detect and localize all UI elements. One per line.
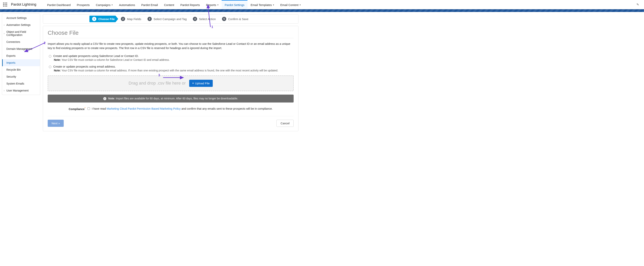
option-2-radio[interactable]	[49, 66, 51, 68]
top-nav: Pardot Lightning Pardot DashboardProspec…	[0, 0, 644, 9]
divider	[48, 38, 294, 38]
option-2-label: Create or update prospects using email a…	[53, 65, 116, 68]
sidebar-item-label: User Management	[6, 89, 28, 92]
nav-tab-label: Reports	[206, 3, 216, 6]
sidebar-item-label: Security	[6, 75, 16, 78]
sidebar-item-security[interactable]: Security	[2, 73, 40, 80]
option-2-note: Note: Your CSV file must contain a colum…	[54, 69, 294, 72]
nav-tab-automations[interactable]: Automations	[116, 0, 138, 9]
sidebar-item-label: Recycle Bin	[6, 68, 21, 71]
page-heading: Choose File	[48, 30, 294, 36]
wizard-step-2[interactable]: 2Map Fields	[118, 16, 144, 22]
sidebar-item-recycle-bin[interactable]: Recycle Bin	[2, 66, 40, 73]
step-label: Choose File	[98, 17, 115, 21]
nav-tab-label: Pardot Reports	[180, 3, 200, 6]
sidebar-item-system-emails[interactable]: System Emails	[2, 80, 40, 87]
nav-tab-pardot-dashboard[interactable]: Pardot Dashboard	[44, 0, 74, 9]
compliance-label: Compliance	[69, 108, 84, 110]
chevron-down-icon[interactable]: ▾	[273, 4, 274, 6]
sidebar-item-label: Connectors	[6, 40, 20, 44]
chevron-down-icon[interactable]: ▾	[112, 4, 113, 6]
wizard-steps: 1Choose File2Map Fields3Select Campaign …	[43, 14, 298, 24]
compliance-policy-link[interactable]: Marketing Cloud Pardot Permission Based …	[106, 107, 181, 110]
file-dropzone[interactable]: Drag and drop .csv file here or + Upload…	[48, 76, 294, 91]
cancel-button[interactable]: Cancel	[276, 120, 294, 127]
nav-tab-label: Pardot Dashboard	[47, 3, 71, 6]
nav-tab-label: Campaigns	[96, 3, 110, 6]
step-number-badge: 2	[121, 17, 125, 21]
step-number-badge: 3	[148, 17, 152, 21]
step-label: Select Campaign and Tag	[154, 17, 187, 21]
sidebar-item-user-management[interactable]: User Management	[2, 87, 40, 94]
note-bar: i Note: Import files are available for 6…	[48, 94, 294, 102]
sidebar-item-label: Account Settings	[6, 16, 27, 20]
nav-tab-reports[interactable]: Reports▾	[203, 0, 222, 9]
compliance-text: I have read Marketing Cloud Pardot Permi…	[92, 107, 273, 110]
option-1-block: Create and update prospects using Salesf…	[49, 54, 294, 62]
nav-tab-label: Pardot Email	[141, 3, 158, 6]
nav-tab-label: Content	[164, 3, 174, 6]
sidebar-item-label: Imports	[6, 61, 16, 64]
app-title: Pardot Lightning	[11, 2, 36, 6]
dropzone-text: Drag and drop .csv file here or	[128, 81, 186, 86]
nav-tab-email-templates[interactable]: Email Templates▾	[248, 0, 277, 9]
chevron-down-icon[interactable]: ▾	[217, 4, 218, 6]
option-2-block: Create or update prospects using email a…	[49, 65, 294, 72]
sidebar-item-label: Object and Field Configuration	[6, 30, 38, 36]
info-icon: i	[103, 97, 106, 100]
step-number-badge: 4	[193, 17, 197, 21]
nav-tab-pardot-reports[interactable]: Pardot Reports	[177, 0, 203, 9]
next-button[interactable]: Next »	[48, 120, 64, 127]
plus-icon: +	[192, 82, 194, 85]
nav-tab-label: Prospects	[77, 3, 90, 6]
required-asterisk-icon: *	[84, 107, 86, 110]
sidebar-item-account-settings[interactable]: Account Settings	[2, 14, 40, 22]
step-label: Confirm & Save	[228, 17, 248, 21]
nav-tab-prospects[interactable]: Prospects	[74, 0, 93, 9]
compliance-checkbox[interactable]	[88, 107, 90, 110]
option-1-note: Note: Your CSV file must contain a colum…	[54, 58, 294, 62]
option-1-radio[interactable]	[49, 55, 51, 58]
nav-tab-pardot-settings[interactable]: Pardot Settings	[222, 0, 248, 9]
nav-tab-label: Pardot Settings	[225, 3, 244, 6]
app-launcher-icon[interactable]	[3, 2, 7, 6]
settings-sidebar: Account SettingsAutomation SettingsObjec…	[2, 14, 40, 95]
step-label: Map Fields	[127, 17, 141, 21]
intro-text: Import allows you to easily upload a CSV…	[48, 42, 294, 50]
sidebar-item-object-and-field-configuration[interactable]: Object and Field Configuration	[2, 28, 40, 38]
option-1-label: Create and update prospects using Salesf…	[53, 54, 139, 58]
nav-tab-email-content[interactable]: Email Content▾	[277, 0, 304, 9]
step-number-badge: 5	[222, 17, 226, 21]
decorative-strip	[0, 9, 644, 12]
upload-file-label: Upload File	[195, 82, 210, 85]
wizard-step-4[interactable]: 4Select Action	[190, 16, 219, 22]
nav-tab-pardot-email[interactable]: Pardot Email	[138, 0, 161, 9]
edit-pencil-icon[interactable]: ✎	[636, 3, 639, 6]
option-2[interactable]: Create or update prospects using email a…	[49, 65, 294, 68]
wizard-step-1[interactable]: 1Choose File	[90, 16, 118, 22]
wizard-step-3[interactable]: 3Select Campaign and Tag	[145, 16, 190, 22]
wizard-step-5[interactable]: 5Confirm & Save	[219, 16, 252, 22]
nav-tab-campaigns[interactable]: Campaigns▾	[93, 0, 116, 9]
nav-tab-label: Email Content	[280, 3, 298, 6]
sidebar-item-label: Domain Management	[6, 47, 32, 50]
sidebar-item-label: Automation Settings	[6, 23, 30, 26]
nav-tab-label: Email Templates	[250, 3, 272, 6]
sidebar-item-exports[interactable]: Exports	[2, 52, 40, 59]
option-1[interactable]: Create and update prospects using Salesf…	[49, 54, 294, 58]
sidebar-item-connectors[interactable]: Connectors	[2, 38, 40, 45]
step-label: Select Action	[199, 17, 216, 21]
nav-tab-label: Automations	[119, 3, 135, 6]
sidebar-item-domain-management[interactable]: Domain Management	[2, 45, 40, 52]
chevron-down-icon[interactable]: ▾	[300, 4, 301, 6]
sidebar-item-imports[interactable]: Imports	[2, 59, 40, 66]
sidebar-item-automation-settings[interactable]: Automation Settings	[2, 22, 40, 28]
card-footer: Next » Cancel	[48, 116, 294, 127]
nav-tab-content[interactable]: Content	[161, 0, 178, 9]
sidebar-item-label: System Emails	[6, 82, 24, 85]
import-card: Choose File Import allows you to easily …	[43, 26, 298, 131]
sidebar-item-label: Exports	[6, 54, 16, 57]
compliance-row: Compliance* I have read Marketing Cloud …	[48, 107, 294, 110]
upload-file-button[interactable]: + Upload File	[189, 80, 213, 87]
step-number-badge: 1	[92, 17, 96, 21]
